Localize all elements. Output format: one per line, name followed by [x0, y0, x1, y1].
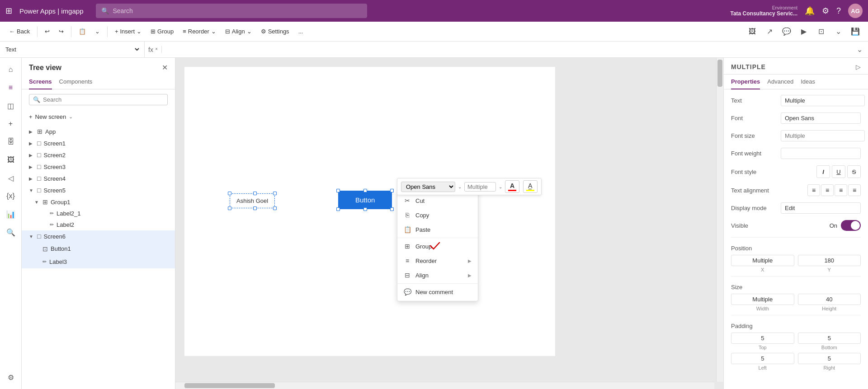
ctx-reorder[interactable]: ≡ Reorder ▶: [397, 253, 478, 268]
help-icon[interactable]: ?: [836, 6, 841, 16]
copy-format-button[interactable]: 📋: [75, 26, 90, 37]
paste-format-button[interactable]: ⌄: [91, 26, 104, 37]
new-screen-button[interactable]: + New screen ⌄: [29, 112, 168, 122]
play-icon[interactable]: ▶: [797, 24, 811, 39]
font-prop-select[interactable]: Open Sans: [781, 112, 861, 124]
pos-y-input[interactable]: [798, 255, 861, 266]
font-color-button[interactable]: A: [505, 180, 519, 193]
topbar-search[interactable]: 🔍 Search: [96, 4, 367, 18]
formula-expand[interactable]: ⌄: [851, 45, 868, 54]
tree-item-label2[interactable]: ▶ ✏ Label2: [22, 219, 175, 230]
pad-right-input[interactable]: [798, 353, 861, 364]
tree-item-group1[interactable]: ▼ ⊞ Group1: [22, 196, 175, 208]
pad-bottom-input[interactable]: [798, 333, 861, 344]
save-icon[interactable]: 💾: [848, 24, 863, 39]
button1-more-icon[interactable]: ⋯: [160, 244, 171, 253]
tree-item-label2-1[interactable]: ▶ ✏ Label2_1: [22, 208, 175, 219]
tree-item-button1[interactable]: ▶ ⊡ Button1 ⋯: [22, 242, 175, 255]
settings-sidebar-icon[interactable]: ⚙: [3, 369, 19, 385]
tree-item-screen5[interactable]: ▼ □ Screen5: [22, 184, 175, 196]
tree-item-screen3[interactable]: ▶ □ Screen3: [22, 161, 175, 173]
tree-search-input[interactable]: [43, 96, 164, 103]
undo-button[interactable]: ↩: [41, 26, 53, 37]
align-left-button[interactable]: ≡: [807, 184, 820, 196]
align-justify-button[interactable]: ≡: [848, 184, 861, 196]
tab-screens[interactable]: Screens: [29, 75, 52, 89]
canvas-scroll-right[interactable]: [716, 58, 723, 382]
component-icon[interactable]: ◫: [3, 98, 19, 114]
highlight-color-button[interactable]: A̲: [523, 180, 538, 193]
notification-icon[interactable]: 🔔: [805, 6, 815, 16]
home-icon[interactable]: ⌂: [3, 61, 19, 78]
redo-button[interactable]: ↪: [55, 26, 67, 37]
tab-properties[interactable]: Properties: [731, 75, 760, 89]
tree-item-screen2[interactable]: ▶ □ Screen2: [22, 149, 175, 161]
handle-bm[interactable]: [253, 206, 257, 210]
right-panel-expand-icon[interactable]: ▷: [856, 63, 861, 70]
canvas-area[interactable]: Ashish Goel Button: [175, 58, 723, 389]
canvas-label[interactable]: Ashish Goel: [230, 193, 275, 208]
property-select[interactable]: Text: [4, 46, 141, 53]
fontweight-prop-select[interactable]: [781, 148, 861, 159]
ctx-group[interactable]: ⊞ Group: [397, 239, 478, 253]
italic-button[interactable]: I: [816, 165, 830, 178]
variable-icon[interactable]: {x}: [3, 188, 19, 204]
tree-item-screen4[interactable]: ▶ □ Screen4: [22, 173, 175, 184]
chart-icon[interactable]: 📊: [3, 206, 19, 222]
tree-search-bar[interactable]: 🔍: [29, 94, 168, 105]
displaymode-prop-select[interactable]: Edit: [781, 202, 861, 214]
align-button[interactable]: ⊟ Align ⌄: [222, 26, 255, 37]
canvas-button[interactable]: Button: [339, 192, 391, 208]
font-family-select[interactable]: Open Sans: [401, 182, 455, 192]
ctx-cut[interactable]: ✂ Cut: [397, 193, 478, 208]
scroll-thumb-v[interactable]: [717, 60, 722, 87]
canvas-scroll-bottom[interactable]: [175, 382, 714, 389]
tree-item-screen1[interactable]: ▶ □ Screen1: [22, 137, 175, 149]
btn-handle-tm[interactable]: [363, 189, 367, 192]
align-center-button[interactable]: ≡: [821, 184, 834, 196]
avatar[interactable]: AG: [848, 4, 863, 18]
ctx-copy[interactable]: ⎘ Copy: [397, 208, 478, 222]
btn-handle-tr[interactable]: [390, 189, 394, 192]
settings-button[interactable]: ⚙ Settings: [257, 26, 293, 37]
scroll-thumb-h[interactable]: [184, 383, 275, 388]
grid-icon[interactable]: ⊞: [5, 6, 12, 16]
formula-input[interactable]: [162, 46, 851, 53]
pad-left-input[interactable]: [731, 353, 794, 364]
publish-chevron[interactable]: ⌄: [831, 24, 845, 39]
btn-handle-br[interactable]: [390, 207, 394, 211]
tab-ideas[interactable]: Ideas: [801, 75, 815, 89]
handle-bl[interactable]: [228, 206, 231, 210]
insert-button[interactable]: + Insert ⌄: [111, 26, 145, 37]
media-icon[interactable]: 🖼: [3, 152, 19, 168]
share-icon[interactable]: ↗: [762, 24, 777, 39]
visible-toggle[interactable]: [841, 220, 861, 231]
tab-components[interactable]: Components: [59, 75, 93, 89]
tree-item-screen6[interactable]: ▼ □ Screen6: [22, 230, 175, 242]
handle-br[interactable]: [273, 206, 277, 210]
back-button[interactable]: ← Back: [5, 26, 33, 37]
btn-handle-bl[interactable]: [336, 207, 340, 211]
tree-close-icon[interactable]: ✕: [162, 63, 168, 72]
fontsize-prop-input[interactable]: [781, 130, 865, 141]
width-input[interactable]: [731, 294, 794, 305]
btn-handle-tl[interactable]: [336, 189, 340, 192]
publish-icon[interactable]: ⊡: [814, 24, 828, 39]
comment-icon[interactable]: 💬: [779, 24, 794, 39]
preview-icon[interactable]: 🖼: [745, 24, 760, 39]
property-selector[interactable]: Text: [0, 42, 145, 58]
ctx-align[interactable]: ⊟ Align ▶: [397, 268, 478, 282]
group-button[interactable]: ⊞ Group: [147, 26, 177, 37]
align-right-button[interactable]: ≡: [835, 184, 847, 196]
pos-x-input[interactable]: [731, 255, 794, 266]
label-element-wrapper[interactable]: Ashish Goel: [230, 193, 275, 208]
height-input[interactable]: [798, 294, 861, 305]
settings-icon[interactable]: ⚙: [822, 6, 829, 16]
handle-tr[interactable]: [273, 192, 277, 195]
nav-icon[interactable]: ◁: [3, 170, 19, 186]
label3-more-icon[interactable]: ⋯: [160, 258, 171, 266]
font-size-input[interactable]: [464, 182, 496, 192]
underline-button[interactable]: U: [832, 165, 845, 178]
pad-top-input[interactable]: [731, 333, 794, 344]
layers-icon[interactable]: ≡: [3, 80, 19, 96]
